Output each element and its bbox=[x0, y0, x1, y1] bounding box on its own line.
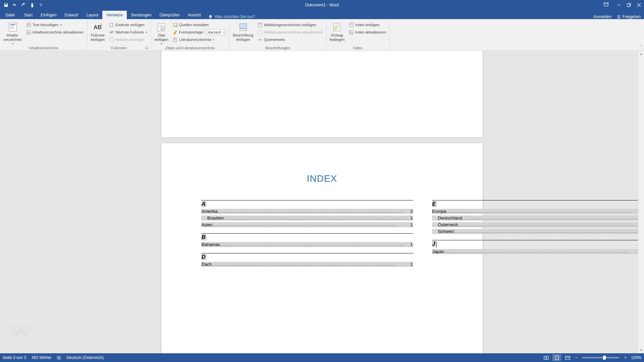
svg-rect-28 bbox=[161, 28, 164, 30]
svg-rect-34 bbox=[239, 24, 247, 28]
svg-text:1: 1 bbox=[113, 30, 114, 32]
group-table-of-contents: Inhalts- verzeichnis ▾ Text hinzufügen▾ … bbox=[0, 19, 87, 51]
touch-mouse-mode-icon[interactable] bbox=[28, 1, 36, 9]
zoom-slider[interactable] bbox=[582, 357, 619, 358]
tab-references[interactable]: Verweise bbox=[102, 11, 127, 19]
tab-file[interactable]: Datei bbox=[0, 11, 20, 19]
index-entry: Österreich .............................… bbox=[432, 222, 644, 227]
dropdown-arrow-icon: ▾ bbox=[12, 42, 13, 45]
vertical-scrollbar[interactable]: ▲ ▼ bbox=[638, 51, 644, 353]
footnote-icon: AB1 bbox=[92, 22, 103, 33]
status-word-count[interactable]: 363 Wörter bbox=[32, 355, 51, 360]
add-text-button[interactable]: Text hinzufügen▾ bbox=[24, 21, 85, 28]
view-read-mode[interactable] bbox=[542, 354, 550, 361]
status-bar: Seite 3 von 3 363 Wörter Deutsch (Österr… bbox=[0, 353, 644, 362]
share-button[interactable]: Freigeben bbox=[617, 14, 641, 19]
svg-rect-12 bbox=[26, 23, 30, 26]
svg-point-6 bbox=[618, 15, 619, 17]
index-entry: Bahamas ................................… bbox=[201, 242, 413, 247]
table-of-contents-button[interactable]: Inhalts- verzeichnis ▾ bbox=[1, 20, 24, 46]
dialog-launcher-footnotes[interactable] bbox=[145, 46, 149, 50]
caption-icon bbox=[238, 22, 249, 33]
view-print-layout[interactable] bbox=[552, 354, 561, 361]
dropdown-arrow-icon: ▾ bbox=[161, 42, 162, 45]
citation-icon bbox=[156, 22, 167, 33]
style-icon bbox=[172, 29, 178, 35]
restore-button[interactable] bbox=[624, 0, 634, 10]
svg-rect-46 bbox=[350, 23, 353, 26]
page-previous[interactable] bbox=[161, 51, 483, 137]
scroll-down-icon[interactable]: ▼ bbox=[638, 347, 644, 353]
redo-icon[interactable] bbox=[19, 1, 28, 9]
insert-caption-button[interactable]: Beschriftung einfügen bbox=[231, 20, 255, 43]
svg-rect-3 bbox=[627, 4, 630, 7]
cross-reference-button[interactable]: Querverweis bbox=[256, 36, 324, 43]
insert-figure-table-button[interactable]: Abbildungsverzeichnis einfügen bbox=[256, 21, 324, 28]
zoom-percentage[interactable]: 120% bbox=[631, 355, 641, 360]
manage-sources-button[interactable]: Quellen verwalten bbox=[171, 21, 227, 28]
index-entry: Deutschland ............................… bbox=[432, 216, 644, 221]
index-section: DDach ..................................… bbox=[201, 253, 413, 267]
index-column-left: AAmerika ...............................… bbox=[201, 200, 413, 273]
tab-layout[interactable]: Layout bbox=[82, 11, 102, 19]
index-entry: Europa .................................… bbox=[432, 209, 644, 214]
scroll-up-icon[interactable]: ▲ bbox=[638, 51, 644, 57]
style-select-value[interactable]: Harvard bbox=[206, 29, 226, 35]
tab-mailings[interactable]: Sendungen bbox=[127, 11, 155, 19]
svg-rect-51 bbox=[544, 356, 546, 359]
sign-in-link[interactable]: Anmelden bbox=[593, 14, 611, 19]
bibliography-button[interactable]: Literaturverzeichnis▾ bbox=[171, 36, 227, 43]
insert-footnote-button[interactable]: AB1 Fußnote einfügen bbox=[89, 20, 107, 43]
group-label-toc: Inhaltsverzeichnis bbox=[1, 46, 86, 51]
group-captions: Beschriftung einfügen Abbildungsverzeich… bbox=[229, 19, 326, 51]
tell-me-search[interactable]: Was möchten Sie tun? bbox=[205, 14, 593, 19]
tab-view[interactable]: Ansicht bbox=[184, 11, 205, 19]
index-column-right: EEuropa ................................… bbox=[432, 200, 644, 273]
zoom-out-button[interactable]: − bbox=[574, 355, 578, 360]
update-toc-button[interactable]: Inhaltsverzeichnis aktualisieren bbox=[24, 28, 85, 36]
tab-review[interactable]: Überprüfen bbox=[156, 11, 184, 19]
status-page[interactable]: Seite 3 von 3 bbox=[3, 355, 26, 360]
document-canvas[interactable]: INDEX AAmerika .........................… bbox=[0, 51, 644, 353]
group-label-citations: Zitate und Literaturverzeichnis bbox=[152, 46, 228, 51]
tab-start[interactable]: Start bbox=[20, 11, 37, 19]
show-notes-icon bbox=[109, 37, 114, 42]
index-section: EEuropa ................................… bbox=[432, 200, 644, 234]
butterfly-watermark-icon bbox=[9, 321, 33, 343]
svg-rect-50 bbox=[350, 30, 353, 34]
index-section: BBahamas ...............................… bbox=[201, 233, 413, 247]
book-icon bbox=[57, 356, 61, 360]
qat-customize-icon[interactable] bbox=[37, 1, 45, 9]
index-section: JJapan .................................… bbox=[432, 240, 644, 254]
ribbon-display-options-icon[interactable] bbox=[602, 0, 610, 9]
quick-access-toolbar bbox=[0, 1, 45, 9]
next-footnote-button[interactable]: AB1 Nächste Fußnote▾ bbox=[108, 28, 149, 36]
status-language[interactable]: Deutsch (Österreich) bbox=[66, 355, 104, 360]
status-spellcheck[interactable] bbox=[57, 356, 61, 360]
zoom-in-button[interactable]: + bbox=[623, 355, 628, 360]
svg-text:1: 1 bbox=[101, 22, 102, 26]
minimize-button[interactable] bbox=[614, 0, 624, 10]
index-entry: Amerika ................................… bbox=[201, 209, 413, 214]
insert-citation-button[interactable]: Zitat einfügen ▾ bbox=[152, 20, 170, 46]
citation-style-dropdown[interactable]: Formatvorlage: Harvard bbox=[171, 28, 227, 36]
figure-table-icon bbox=[257, 22, 263, 27]
tab-insert[interactable]: Einfügen bbox=[37, 11, 60, 19]
tell-me-placeholder: Was möchten Sie tun? bbox=[215, 14, 255, 19]
collapse-ribbon-icon[interactable]: ˄ bbox=[640, 45, 642, 49]
page-current[interactable]: INDEX AAmerika .........................… bbox=[161, 143, 483, 353]
svg-rect-7 bbox=[9, 23, 16, 31]
undo-icon[interactable] bbox=[11, 1, 19, 9]
tab-design[interactable]: Entwurf bbox=[61, 11, 83, 19]
index-letter: B bbox=[201, 234, 207, 240]
zoom-thumb[interactable] bbox=[603, 356, 606, 360]
bibliography-icon bbox=[172, 37, 178, 42]
save-icon[interactable] bbox=[2, 1, 10, 9]
close-button[interactable] bbox=[634, 0, 644, 10]
insert-index-button[interactable]: Index einfügen bbox=[347, 21, 387, 28]
index-columns: AAmerika ...............................… bbox=[201, 200, 443, 273]
view-web-layout[interactable] bbox=[563, 354, 572, 361]
insert-endnote-button[interactable]: i Endnote einfügen bbox=[108, 21, 149, 28]
update-index-button[interactable]: Index aktualisieren bbox=[347, 28, 387, 36]
mark-entry-button[interactable]: Eintrag festlegen bbox=[328, 20, 347, 43]
